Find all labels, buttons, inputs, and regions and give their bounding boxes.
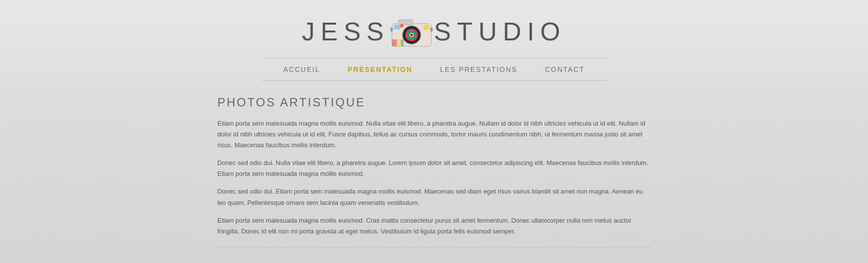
logo-text-left: JESS xyxy=(302,17,389,46)
paragraph-3: Donec sed odio dui. Etiam porta sem male… xyxy=(218,186,651,208)
paragraph-4: Etiam porta sem malesuada magna mollis e… xyxy=(218,215,651,237)
svg-rect-9 xyxy=(424,26,429,29)
logo-container: JESS xyxy=(302,15,566,48)
svg-rect-14 xyxy=(401,39,404,46)
svg-rect-16 xyxy=(430,28,433,32)
nav-accueil[interactable]: ACCUEIL xyxy=(270,66,334,73)
nav-prestations[interactable]: LES PRESTATIONS xyxy=(426,66,531,73)
svg-point-8 xyxy=(411,34,413,36)
svg-rect-13 xyxy=(397,39,401,46)
nav-contact[interactable]: CONTACT xyxy=(531,66,599,73)
page-wrapper: JESS xyxy=(0,0,868,263)
paragraph-2: Donec sed odio dui. Nulla vitae elit lib… xyxy=(218,158,651,179)
paragraph-1: Etiam porta sem malesuada magna mollis e… xyxy=(218,118,651,151)
nav-presentation[interactable]: PRÉSENTATION xyxy=(334,66,426,73)
header: JESS xyxy=(0,0,868,58)
svg-rect-15 xyxy=(390,28,393,32)
content-divider xyxy=(218,247,651,247)
camera-logo-icon xyxy=(389,15,434,48)
svg-rect-1 xyxy=(398,20,413,25)
navigation: ACCUEIL PRÉSENTATION LES PRESTATIONS CON… xyxy=(262,58,607,81)
svg-rect-12 xyxy=(392,39,397,46)
svg-rect-11 xyxy=(394,25,400,29)
main-content: PHOTOS ARTISTIQUE Etiam porta sem malesu… xyxy=(218,81,651,257)
logo-text-right: STUDIO xyxy=(434,17,566,46)
section-title: PHOTOS ARTISTIQUE xyxy=(218,96,651,109)
